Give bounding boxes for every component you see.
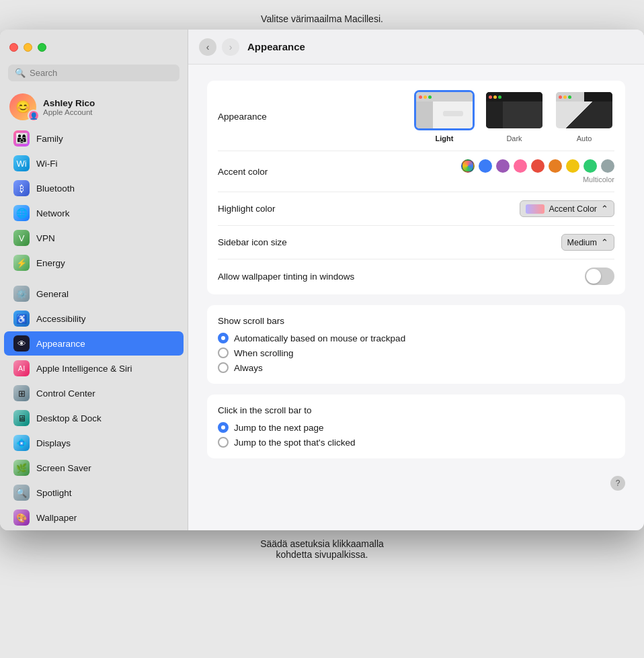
accent-colors: Multicolor — [461, 159, 614, 183]
sidebar-item-network[interactable]: 🌐 Network — [4, 201, 184, 225]
scroll-bar-always-option[interactable]: Always — [218, 362, 614, 373]
sidebar-item-energy[interactable]: ⚡ Energy — [4, 251, 184, 275]
family-icon: 👨‍👩‍👧 — [13, 130, 30, 147]
color-dots — [461, 159, 614, 173]
tooltip-top: Valitse värimaailma Macillesi. — [261, 13, 383, 24]
card-body-light — [416, 101, 473, 128]
show-scroll-bars-label: Show scroll bars — [218, 316, 614, 326]
spotlight-icon: 🔍 — [13, 485, 30, 501]
network-icon: 🌐 — [13, 205, 30, 221]
sidebar-item-family[interactable]: 👨‍👩‍👧 Family — [4, 126, 184, 151]
card-body-dark — [486, 101, 542, 128]
scroll-bar-scrolling-option[interactable]: When scrolling — [218, 347, 614, 358]
card-dot-yellow — [424, 95, 427, 99]
minimize-button[interactable] — [24, 43, 32, 52]
click-scroll-section: Click in the scroll bar to Jump to the n… — [207, 395, 625, 458]
sidebar-item-displays[interactable]: 💠 Displays — [4, 431, 184, 455]
click-scroll-next-label: Jump to the next page — [234, 423, 324, 433]
appearance-card-img-auto — [554, 90, 614, 130]
user-section[interactable]: 😊 👤 Ashley Rico Apple Account — [0, 88, 188, 126]
sidebar-icon-size-row: Sidebar icon size Medium ⌃ — [218, 226, 614, 259]
scroll-bar-scrolling-radio[interactable] — [218, 347, 229, 358]
appearance-card-img-dark — [484, 90, 545, 130]
highlight-color-dropdown[interactable]: Accent Color ⌃ — [520, 200, 614, 217]
sidebar-item-appearance[interactable]: 👁 Appearance — [4, 331, 184, 356]
click-scroll-spot-option[interactable]: Jump to the spot that's clicked — [218, 437, 614, 448]
scroll-bar-auto-option[interactable]: Automatically based on mouse or trackpad — [218, 333, 614, 343]
sidebar-item-label-bluetooth: Bluetooth — [36, 183, 75, 194]
accent-multicolor-label: Multicolor — [583, 175, 614, 183]
back-button[interactable]: ‹ — [199, 38, 216, 56]
content-titlebar: ‹ › Appearance — [188, 30, 644, 65]
wifi-icon: Wi — [13, 155, 30, 171]
sidebar-item-label-wallpaper: Wallpaper — [36, 513, 77, 523]
sidebar-icon-size-control: Medium ⌃ — [363, 234, 614, 251]
desktop-icon: 🖥 — [13, 410, 30, 426]
sidebar-item-label-network: Network — [36, 208, 70, 218]
accent-color-purple[interactable] — [496, 159, 510, 173]
control-icon: ⊞ — [13, 385, 30, 401]
accent-color-graphite[interactable] — [601, 159, 614, 173]
accent-color-blue[interactable] — [479, 159, 492, 173]
sidebar-item-bluetooth[interactable]: ₿ Bluetooth — [4, 176, 184, 200]
appearance-card-auto[interactable]: Auto — [554, 90, 614, 142]
sidebar-item-general[interactable]: ⚙️ General — [4, 282, 184, 306]
sidebar-item-siri[interactable]: AI Apple Intelligence & Siri — [4, 356, 184, 380]
card-menubar-auto — [556, 92, 612, 101]
search-icon: 🔍 — [15, 68, 26, 78]
sidebar-item-spotlight[interactable]: 🔍 Spotlight — [4, 481, 184, 505]
appearance-card-dark[interactable]: Dark — [484, 90, 545, 142]
accessibility-icon: ♿ — [13, 311, 30, 327]
displays-icon: 💠 — [13, 435, 30, 451]
sidebar-item-vpn[interactable]: V VPN — [4, 226, 184, 250]
accent-color-yellow[interactable] — [566, 159, 579, 173]
mode-label-light: Light — [436, 134, 454, 142]
highlight-preview — [526, 204, 545, 214]
close-button[interactable] — [9, 43, 18, 52]
search-box[interactable]: 🔍 — [8, 65, 179, 81]
sidebar-item-accessibility[interactable]: ♿ Accessibility — [4, 306, 184, 331]
screensaver-icon: 🌿 — [13, 460, 30, 476]
search-input[interactable] — [30, 68, 173, 78]
card-sidebar-light — [416, 101, 433, 128]
click-scroll-spot-radio[interactable] — [218, 437, 229, 448]
maximize-button[interactable] — [38, 43, 46, 52]
accent-color-red[interactable] — [531, 159, 545, 173]
sidebar-icon-size-dropdown[interactable]: Medium ⌃ — [561, 234, 614, 251]
sidebar-item-label-vpn: VPN — [36, 233, 55, 243]
card-dot-red — [419, 95, 422, 99]
appearance-card-light[interactable]: Light — [414, 90, 475, 142]
sidebar-item-desktop[interactable]: 🖥 Desktop & Dock — [4, 406, 184, 430]
click-scroll-radio-group: Jump to the next page Jump to the spot t… — [218, 422, 614, 448]
vpn-icon: V — [13, 230, 30, 246]
user-name: Ashley Rico — [43, 98, 95, 108]
forward-button[interactable]: › — [222, 38, 239, 56]
click-scroll-next-option[interactable]: Jump to the next page — [218, 422, 614, 433]
sidebar-item-control[interactable]: ⊞ Control Center — [4, 381, 184, 405]
sidebar-item-wifi[interactable]: Wi Wi-Fi — [4, 151, 184, 175]
accent-color-green[interactable] — [583, 159, 597, 173]
card-inner-dark — [486, 92, 542, 128]
appearance-group: Appearance — [207, 81, 625, 294]
accent-color-orange[interactable] — [549, 159, 562, 173]
sidebar-item-wallpaper[interactable]: 🎨 Wallpaper — [4, 505, 184, 530]
show-scroll-bars-section: Show scroll bars Automatically based on … — [207, 305, 625, 384]
sidebar-icon-size-value: Medium — [567, 238, 597, 247]
sidebar-item-screensaver[interactable]: 🌿 Screen Saver — [4, 456, 184, 480]
sidebar-icon-size-label: Sidebar icon size — [218, 237, 352, 247]
scroll-bar-auto-radio[interactable] — [218, 333, 229, 343]
toggle-knob — [586, 269, 601, 284]
accent-color-pink[interactable] — [514, 159, 527, 173]
appearance-cards: Light — [363, 90, 614, 142]
titlebar — [0, 30, 188, 65]
main-content: ‹ › Appearance Appearance — [188, 30, 644, 530]
accent-color-label: Accent color — [218, 167, 352, 177]
accent-color-multicolor[interactable] — [461, 159, 475, 173]
card-dot-green-auto — [568, 95, 571, 99]
card-dot-yellow-dark — [493, 95, 497, 99]
scroll-bar-always-radio[interactable] — [218, 362, 229, 373]
wallpaper-tinting-toggle[interactable] — [585, 268, 614, 285]
help-button[interactable]: ? — [610, 476, 625, 491]
click-scroll-next-radio[interactable] — [218, 422, 229, 433]
scroll-bar-always-label: Always — [234, 363, 263, 373]
